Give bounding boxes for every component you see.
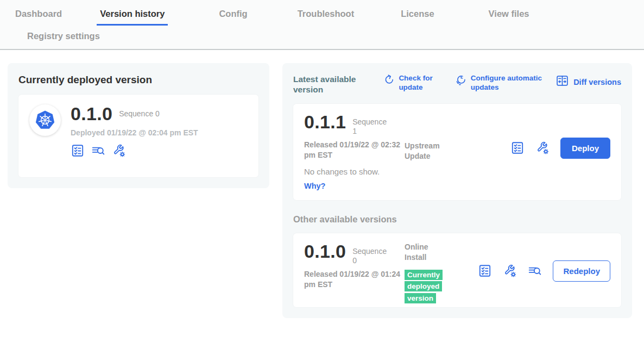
- latest-available-panel: Latest available version Check for updat…: [282, 63, 632, 318]
- tab-row-2: Registry settings: [0, 26, 644, 49]
- config-wrench-icon[interactable]: [535, 141, 550, 155]
- latest-sequence-label: Sequence 1: [352, 113, 390, 136]
- preflight-checks-icon[interactable]: [71, 144, 85, 158]
- other-version-source-column: Online Install Currently deployed versio…: [405, 242, 451, 304]
- latest-version-actions: Deploy: [510, 138, 610, 159]
- tab-row-1: Dashboard Version history Config Trouble…: [0, 8, 644, 26]
- no-changes-text: No changes to show.: [304, 167, 610, 176]
- main-content: Currently deployed version: [0, 50, 644, 318]
- currently-deployed-title: Currently deployed version: [18, 74, 258, 86]
- tab-registry-settings[interactable]: Registry settings: [24, 30, 103, 41]
- other-version-number: 0.1.0: [304, 242, 346, 260]
- tab-view-files[interactable]: View files: [485, 8, 533, 26]
- diff-versions-link[interactable]: Diff versions: [555, 74, 621, 90]
- latest-released-timestamp: Released 01/19/22 @ 02:32 pm EST: [304, 140, 402, 160]
- status-badge-wrap: Currently deployed version: [405, 269, 452, 305]
- other-version-source: Online Install: [405, 242, 451, 263]
- deployed-sequence-label: Sequence 0: [119, 104, 160, 119]
- deploy-button[interactable]: Deploy: [560, 138, 610, 159]
- config-wrench-icon[interactable]: [503, 264, 517, 278]
- why-link[interactable]: Why?: [304, 182, 610, 190]
- deployed-version-number: 0.1.0: [71, 104, 112, 123]
- currently-deployed-panel: Currently deployed version: [8, 63, 269, 188]
- redeploy-button[interactable]: Redeploy: [553, 260, 610, 282]
- currently-deployed-badge: Currently deployed version: [405, 270, 443, 304]
- diff-icon: [555, 74, 569, 90]
- other-version-card: 0.1.0 Sequence 0 Released 01/19/22 @ 01:…: [293, 233, 621, 307]
- deployed-actions: [71, 144, 198, 158]
- tab-troubleshoot[interactable]: Troubleshoot: [294, 8, 358, 26]
- schedule-update-icon: [454, 74, 466, 89]
- diff-versions-label: Diff versions: [573, 77, 621, 87]
- currently-deployed-card: 0.1.0 Sequence 0 Deployed 01/19/22 @ 02:…: [18, 95, 258, 177]
- deploy-logs-icon[interactable]: [91, 144, 105, 158]
- other-available-versions-title: Other available versions: [293, 214, 621, 225]
- other-sequence-label: Sequence 0: [352, 242, 390, 265]
- configure-automatic-updates-label: Configure automatic updates: [471, 74, 542, 92]
- other-version-actions: Redeploy: [478, 260, 610, 282]
- deployed-version-info: 0.1.0 Sequence 0 Deployed 01/19/22 @ 02:…: [71, 104, 198, 167]
- top-navigation: Dashboard Version history Config Trouble…: [0, 0, 644, 50]
- preflight-checks-icon[interactable]: [478, 264, 492, 278]
- tab-config[interactable]: Config: [216, 8, 250, 26]
- deployed-timestamp: Deployed 01/19/22 @ 02:04 pm EST: [71, 128, 198, 137]
- configure-automatic-updates-link[interactable]: Configure automatic updates: [454, 74, 542, 92]
- tab-license[interactable]: License: [397, 8, 437, 26]
- deploy-logs-icon[interactable]: [528, 264, 542, 278]
- kubernetes-logo: [29, 104, 61, 136]
- latest-available-title: Latest available version: [293, 74, 369, 95]
- check-for-update-label: Check for update: [399, 74, 441, 92]
- tab-version-history[interactable]: Version history: [97, 8, 168, 26]
- check-for-update-link[interactable]: Check for update: [382, 74, 441, 92]
- latest-version-number: 0.1.1: [304, 113, 346, 131]
- preflight-checks-icon[interactable]: [510, 141, 525, 155]
- latest-available-header: Latest available version Check for updat…: [293, 74, 621, 95]
- latest-version-source: Upstream Update: [405, 141, 456, 161]
- other-released-timestamp: Released 01/19/22 @ 01:24 pm EST: [304, 269, 402, 290]
- refresh-icon: [382, 74, 394, 89]
- tab-dashboard[interactable]: Dashboard: [12, 8, 65, 26]
- latest-version-card: 0.1.1 Sequence 1 Released 01/19/22 @ 02:…: [293, 104, 621, 200]
- config-wrench-icon[interactable]: [112, 144, 126, 158]
